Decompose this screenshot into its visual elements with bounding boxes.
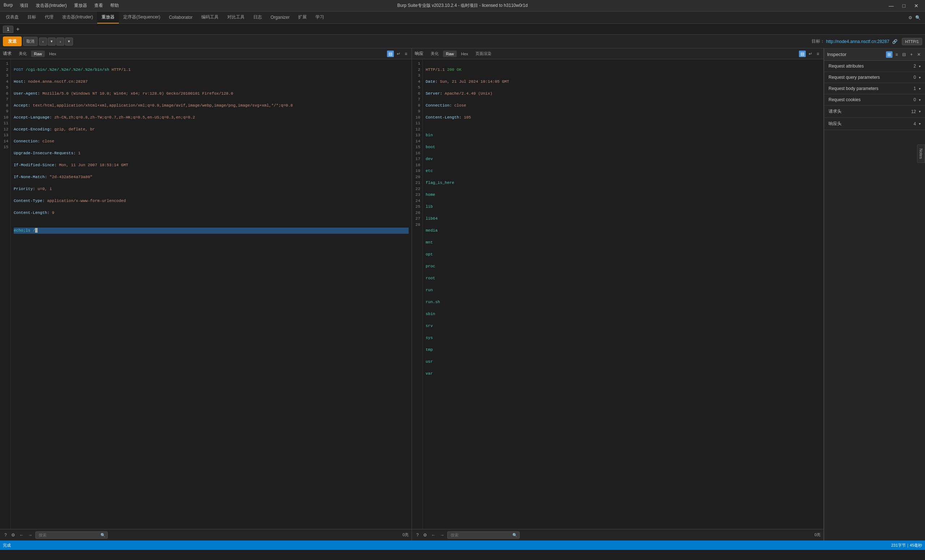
inspector-section-response-headers-count: 4 <box>913 121 916 126</box>
inspector-section-request-attrs-chevron: ▾ <box>919 64 920 68</box>
tab-comparer[interactable]: 对比工具 <box>223 12 249 24</box>
request-prev-icon[interactable]: ← <box>18 532 25 538</box>
inspector-icon-horizontal[interactable]: ⊟ <box>901 51 907 58</box>
inspector-section-body-params: Request body parameters 1 ▾ <box>824 83 925 94</box>
tab-encoder[interactable]: 编码工具 <box>197 12 223 24</box>
maximize-button[interactable]: □ <box>900 2 908 9</box>
response-prev-icon[interactable]: ← <box>430 532 437 538</box>
response-help-icon[interactable]: ? <box>415 532 420 538</box>
request-panel-title: 请求 <box>3 51 12 57</box>
tab-collaborator[interactable]: Collaborator <box>164 12 197 24</box>
inspector-icon-close[interactable]: ✕ <box>916 51 922 58</box>
tab-learn[interactable]: 学习 <box>311 12 328 24</box>
inspector-icon-grid[interactable]: ⊞ <box>886 51 892 58</box>
inspector-section-request-headers-title: 请求头 <box>829 108 911 114</box>
inspector-section-cookies-header[interactable]: Request cookies 0 ▾ <box>824 94 925 105</box>
menu-burp[interactable]: Burp <box>4 3 13 9</box>
close-button[interactable]: ✕ <box>911 2 921 9</box>
response-panel-header: 响应 美化 Raw Hex 页面渲染 ▤ ↵ ≡ <box>412 48 824 59</box>
tab-target[interactable]: 目标 <box>23 12 41 24</box>
link-icon[interactable]: 🔗 <box>892 39 898 44</box>
http-version-badge[interactable]: HTTP/1 <box>902 38 922 45</box>
inspector-section-body-params-header[interactable]: Request body parameters 1 ▾ <box>824 83 925 94</box>
response-tab-hex[interactable]: Hex <box>458 51 471 57</box>
response-panel-icons: ▤ ↵ ≡ <box>799 51 821 57</box>
inspector-section-query-params-header[interactable]: Request query parameters 0 ▾ <box>824 72 925 83</box>
request-icon-menu[interactable]: ≡ <box>403 51 409 57</box>
nav-back-button[interactable]: ‹ <box>39 38 47 45</box>
response-tab-raw[interactable]: Raw <box>443 51 457 57</box>
menu-repeater[interactable]: 重放器 <box>74 3 87 9</box>
response-tab-beautify[interactable]: 美化 <box>428 50 441 57</box>
inspector-section-request-headers-header[interactable]: 请求头 12 ▾ <box>824 105 925 117</box>
response-icon-menu[interactable]: ≡ <box>815 51 821 57</box>
status-bar: 完成 231字节｜45毫秒 <box>0 540 925 550</box>
request-code-content[interactable]: POST /cgi-bin/.%2e/.%2e/.%2e/.%2e/bin/sh… <box>11 59 411 529</box>
inspector-section-body-params-chevron: ▾ <box>919 87 920 91</box>
inspector-section-cookies-chevron: ▾ <box>919 98 920 102</box>
request-icon-format[interactable]: ▤ <box>387 51 394 57</box>
inspector-icons: ⊞ ≡ ⊟ + ✕ <box>886 51 922 58</box>
nav-dropdown-forward[interactable]: ▾ <box>65 38 73 45</box>
response-next-icon[interactable]: → <box>438 532 446 538</box>
request-code-area[interactable]: 12345 678910 1112131415 POST /cgi-bin/.%… <box>0 59 411 529</box>
inspector-section-response-headers-header[interactable]: 响应头 4 ▾ <box>824 118 925 130</box>
nav-dropdown-back[interactable]: ▾ <box>48 38 56 45</box>
response-code-area[interactable]: 12345 678910 1112131415 1617181920 21222… <box>412 59 824 529</box>
request-panel-header: 请求 美化 Raw Hex ▤ ↵ ≡ <box>0 48 411 59</box>
request-help-icon[interactable]: ? <box>3 532 8 538</box>
status-right-text: 231字节｜45毫秒 <box>891 543 922 548</box>
request-next-icon[interactable]: → <box>27 532 34 538</box>
request-bottom-toolbar: ? ⚙ ← → 🔍 0亮 <box>0 529 411 540</box>
response-icon-wrap[interactable]: ↵ <box>807 51 814 57</box>
inspector-section-request-attrs: Request attributes 2 ▾ <box>824 61 925 72</box>
send-button[interactable]: 发送 <box>3 36 22 46</box>
tab-logger[interactable]: 日志 <box>249 12 266 24</box>
response-tab-render[interactable]: 页面渲染 <box>473 50 494 57</box>
inspector-section-request-headers: 请求头 12 ▾ <box>824 105 925 118</box>
tab-organizer[interactable]: Organizer <box>266 12 294 24</box>
tab-sequencer[interactable]: 定序器(Sequencer) <box>119 12 164 24</box>
response-search-input[interactable] <box>447 531 520 539</box>
main-tab-bar: 仪表盘 目标 代理 攻击器(Intruder) 重放器 定序器(Sequence… <box>0 12 925 24</box>
response-byte-count: 0亮 <box>814 532 821 537</box>
menu-help[interactable]: 帮助 <box>110 3 119 9</box>
tab-dashboard[interactable]: 仪表盘 <box>2 12 23 24</box>
request-panel: 请求 美化 Raw Hex ▤ ↵ ≡ 12345 678910 1112131… <box>0 48 412 540</box>
request-tab-raw[interactable]: Raw <box>31 51 45 57</box>
target-url[interactable]: http://node4.anna.nsctf.cn:28287 <box>826 39 889 44</box>
response-bottom-toolbar: ? ⚙ ← → 🔍 0亮 <box>412 529 824 540</box>
menu-project[interactable]: 项目 <box>20 3 29 9</box>
nav-forward-button[interactable]: › <box>56 38 64 45</box>
tab-extensions[interactable]: 扩展 <box>294 12 311 24</box>
request-tab-hex[interactable]: Hex <box>46 51 59 57</box>
request-tab-beautify[interactable]: 美化 <box>16 50 30 57</box>
tab-intruder[interactable]: 攻击器(Intruder) <box>58 12 97 24</box>
inspector-section-request-attrs-header[interactable]: Request attributes 2 ▾ <box>824 61 925 72</box>
inspector-panel: Inspector ⊞ ≡ ⊟ + ✕ Request attributes 2… <box>824 48 925 540</box>
menu-view[interactable]: 查看 <box>94 3 103 9</box>
inspector-section-request-headers-count: 12 <box>911 109 916 114</box>
repeater-tab-row: 1 + <box>0 24 925 35</box>
response-code-content: HTTP/1.1 200 OK Date: Sun, 21 Jul 2024 1… <box>423 59 824 529</box>
search-icon[interactable]: 🔍 <box>915 15 920 20</box>
request-icon-wrap[interactable]: ↵ <box>395 51 402 57</box>
tab-repeater[interactable]: 重放器 <box>97 12 119 24</box>
settings-icon[interactable]: ⚙ <box>908 15 912 20</box>
minimize-button[interactable]: — <box>886 2 897 9</box>
tab-proxy[interactable]: 代理 <box>41 12 58 24</box>
response-icon-format[interactable]: ▤ <box>799 51 806 57</box>
cancel-button[interactable]: 取消 <box>23 37 38 46</box>
response-line-numbers: 12345 678910 1112131415 1617181920 21222… <box>412 59 423 529</box>
inspector-title: Inspector <box>827 52 846 57</box>
response-settings-icon[interactable]: ⚙ <box>422 532 429 538</box>
request-search-input[interactable] <box>35 531 108 539</box>
menu-intruder[interactable]: 攻击器(Intruder) <box>36 3 66 9</box>
notes-side-tab[interactable]: Notes <box>917 145 925 163</box>
inspector-icon-list[interactable]: ≡ <box>894 51 899 58</box>
inspector-section-cookies-count: 0 <box>913 97 916 102</box>
add-repeater-tab-button[interactable]: + <box>15 26 21 33</box>
request-settings-icon[interactable]: ⚙ <box>10 532 17 538</box>
repeater-tab-1[interactable]: 1 <box>3 26 14 33</box>
inspector-icon-add[interactable]: + <box>909 51 914 58</box>
